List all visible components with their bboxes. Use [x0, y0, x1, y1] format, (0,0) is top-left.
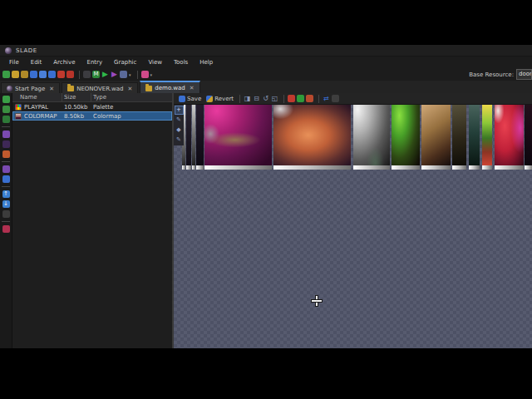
convert-gfx-icon[interactable]: [288, 95, 295, 102]
menu-entry[interactable]: Entry: [81, 59, 108, 66]
colormap-band-gradient-bar: [204, 165, 272, 170]
sort-icon[interactable]: [2, 210, 10, 218]
colormap-band-gradient-bar: [495, 165, 524, 170]
offsets-icon[interactable]: [332, 95, 339, 102]
tab-demo-wad[interactable]: demo.wad✕: [140, 81, 200, 94]
colormap-band-gradient-bar: [196, 165, 204, 170]
tab-label: NEONOVER.wad: [76, 86, 123, 92]
export-entry-icon[interactable]: [2, 150, 10, 158]
save-as-icon[interactable]: [39, 71, 47, 78]
separator: [2, 161, 10, 162]
colormap-band: [452, 105, 466, 165]
open-dir-icon[interactable]: [21, 71, 28, 78]
erase-tool-icon[interactable]: ◆: [175, 126, 183, 134]
import-entry-icon[interactable]: [2, 106, 10, 113]
colourise-icon[interactable]: [297, 95, 304, 102]
menu-edit[interactable]: Edit: [25, 59, 48, 66]
close-all-icon[interactable]: [66, 71, 74, 78]
bookmark-icon[interactable]: [141, 71, 149, 78]
tab-neonover-wad[interactable]: NEONOVER.wad✕: [62, 82, 138, 94]
rename-entry-icon[interactable]: [2, 131, 10, 138]
tint-icon[interactable]: [306, 95, 313, 102]
revert-button[interactable]: Revert: [204, 96, 236, 102]
menu-view[interactable]: View: [142, 59, 168, 66]
colormap-band: [482, 105, 492, 165]
draw-tool-icon[interactable]: ✎: [175, 116, 183, 124]
bookmark-entry-icon[interactable]: [2, 225, 10, 233]
entry-name-text: COLORMAP: [24, 113, 57, 120]
delete-entry-icon[interactable]: [2, 140, 10, 148]
entry-name: PLAYPAL: [12, 103, 62, 111]
slade-logo-icon: [5, 47, 12, 54]
entry-name: COLORMAP: [12, 112, 62, 121]
gfx-canvas[interactable]: +✎◆✎: [174, 105, 532, 348]
colormap-band: [353, 105, 390, 165]
new-archive-icon[interactable]: [2, 71, 10, 78]
menu-bar: FileEditArchiveEntryGraphicViewToolsHelp: [0, 57, 532, 68]
base-resource-dropdown[interactable]: doom2.wad: [516, 69, 532, 80]
column-header-name[interactable]: Name: [12, 93, 62, 101]
slade-window: SLADE FileEditArchiveEntryGraphicViewToo…: [0, 45, 532, 348]
dropdown-arrow-icon[interactable]: ▾: [129, 72, 131, 77]
base-resource-label: Base Resource:: [469, 71, 514, 78]
entry-side-toolbar: ↑↓: [0, 93, 12, 348]
save-button[interactable]: Save: [176, 96, 204, 102]
colormap-band: [469, 105, 480, 165]
palette-icon: [15, 104, 22, 111]
colormap-band: [392, 105, 420, 165]
paste-entry-icon[interactable]: [2, 175, 10, 183]
crop-icon[interactable]: ◱: [271, 95, 278, 102]
separator: [2, 126, 10, 127]
run-archive-icon[interactable]: [83, 71, 91, 78]
gfx-entry-toolbar: Save Revert ◨⊟↺◱⇄: [174, 93, 532, 105]
tab-label: Start Page: [15, 86, 45, 92]
run-icon[interactable]: ▶: [101, 71, 109, 78]
colormap-band-gradient-bar: [469, 165, 480, 170]
menu-tools[interactable]: Tools: [168, 59, 194, 66]
move-up-icon[interactable]: ↑: [2, 190, 10, 198]
colormap-band-gradient-bar: [525, 165, 532, 170]
wrench-icon[interactable]: [120, 71, 127, 78]
brush-tool-icon[interactable]: ✎: [175, 136, 183, 144]
entry-list-header[interactable]: NameSizeType: [12, 93, 172, 102]
column-header-size[interactable]: Size: [62, 93, 91, 101]
colormap-band: [186, 105, 191, 165]
move-down-icon[interactable]: ↓: [2, 200, 10, 208]
colormap-band: [495, 105, 524, 165]
column-header-type[interactable]: Type: [91, 93, 172, 101]
new-dir-icon[interactable]: [2, 116, 10, 123]
tab-start-page[interactable]: Start Page✕: [1, 82, 60, 94]
pan-tool-icon[interactable]: +: [175, 106, 183, 114]
menu-file[interactable]: File: [3, 59, 25, 66]
run-alt-icon[interactable]: ▶: [111, 71, 118, 78]
save-all-icon[interactable]: [48, 71, 56, 78]
new-entry-icon[interactable]: [2, 96, 10, 103]
translate-icon[interactable]: ⇄: [323, 95, 330, 102]
separator: [283, 95, 284, 103]
save-icon: [179, 96, 185, 102]
folder-icon: [67, 86, 74, 91]
open-archive-icon[interactable]: [12, 71, 19, 78]
tab-close-icon[interactable]: ✕: [49, 86, 54, 92]
entry-size: 10.50kb: [62, 103, 91, 111]
colormap-band: [204, 105, 272, 165]
tab-close-icon[interactable]: ✕: [127, 86, 132, 92]
menu-archive[interactable]: Archive: [47, 59, 81, 66]
mirror-icon[interactable]: ◨: [244, 95, 251, 102]
map-editor-icon[interactable]: M: [92, 71, 100, 78]
dropdown-arrow-icon[interactable]: ▾: [150, 72, 153, 77]
tab-close-icon[interactable]: ✕: [190, 85, 195, 91]
colormap-band-gradient-bar: [273, 165, 351, 170]
list-item-colormap[interactable]: COLORMAP8.50kbColormap: [12, 111, 172, 121]
flip-icon[interactable]: ⊟: [253, 95, 260, 102]
title-bar[interactable]: SLADE: [0, 45, 532, 57]
rotate-icon[interactable]: ↺: [262, 95, 269, 102]
colormap-band-gradient-bar: [186, 165, 191, 170]
copy-entry-icon[interactable]: [2, 165, 10, 173]
menu-help[interactable]: Help: [194, 59, 219, 66]
separator: [79, 71, 80, 79]
menu-graphic[interactable]: Graphic: [108, 59, 142, 66]
close-icon[interactable]: [57, 71, 65, 78]
list-item-playpal[interactable]: PLAYPAL10.50kbPalette: [12, 102, 172, 111]
save-icon[interactable]: [30, 71, 37, 78]
